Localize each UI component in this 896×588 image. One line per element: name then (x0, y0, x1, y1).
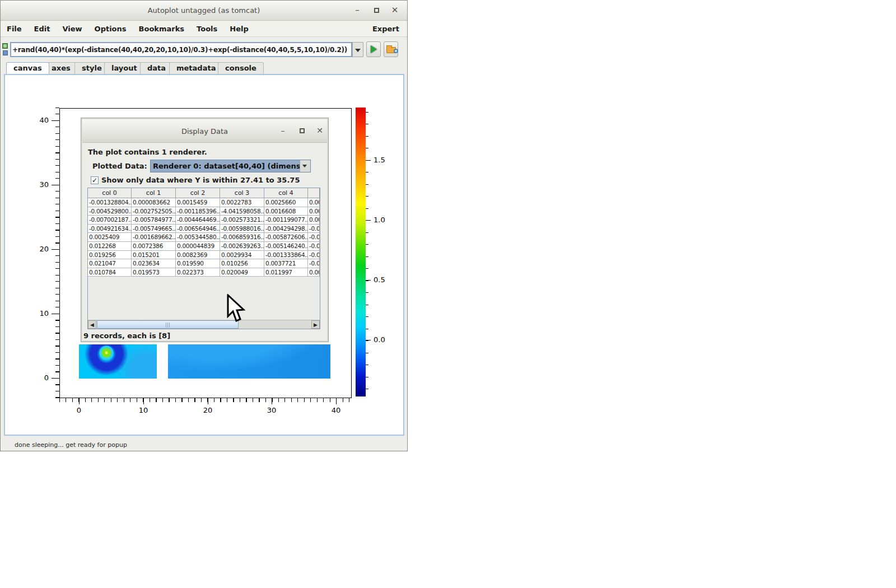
menu-edit[interactable]: Edit (28, 25, 57, 33)
horizontal-scrollbar[interactable]: ◀ ▶ (88, 320, 320, 329)
plotted-data-combobox[interactable]: Renderer 0: dataset[40,40] (dimension... (150, 160, 311, 172)
table-row[interactable]: 0.0192560.0152010.00823690.0029934-0.001… (88, 251, 320, 260)
menu-tools[interactable]: Tools (190, 25, 223, 33)
table-cell[interactable]: -0.002573321... (220, 216, 264, 224)
uri-input[interactable] (10, 42, 352, 57)
tab-canvas[interactable]: canvas (6, 62, 49, 74)
table-row[interactable]: 0.0107840.0195730.0223730.0200490.011997… (88, 268, 320, 277)
table-cell[interactable]: -0.0 (308, 242, 320, 250)
table-cell[interactable]: -0.005872606... (264, 233, 308, 241)
table-cell[interactable]: -0.006564946... (176, 225, 220, 233)
table-cell[interactable]: 0.0016608 (264, 207, 308, 216)
menu-options[interactable]: Options (88, 25, 133, 33)
table-cell[interactable]: -0.004294298... (264, 225, 308, 233)
table-cell[interactable]: -0.0 (308, 225, 320, 233)
table-cell[interactable]: 0.010784 (88, 268, 132, 277)
close-button[interactable]: ✕ (388, 4, 402, 17)
table-row[interactable]: -0.007002187...-0.005784977...-0.0044644… (88, 216, 320, 225)
table-cell[interactable]: 0.010256 (220, 259, 264, 268)
table-cell[interactable]: -0.002752505... (132, 207, 176, 216)
heatmap-region-left[interactable] (79, 344, 157, 379)
maximize-button[interactable] (370, 4, 383, 17)
tab-console[interactable]: console (218, 62, 264, 74)
dialog-minimize-button[interactable]: – (276, 124, 290, 138)
table-column-header[interactable]: col 0 (88, 188, 132, 198)
tab-metadata[interactable]: metadata (169, 62, 223, 74)
go-button[interactable] (366, 41, 381, 57)
table-cell[interactable]: -0.001328804... (88, 198, 132, 207)
table-cell[interactable]: 0.0029934 (220, 251, 264, 259)
menu-view[interactable]: View (56, 25, 88, 33)
table-cell[interactable]: 0.0037721 (264, 259, 308, 268)
table-cell[interactable]: -0.001199077... (264, 216, 308, 224)
table-cell[interactable]: -0.004921634... (88, 225, 132, 233)
data-table-scrollpane[interactable]: col 0col 1col 2col 3col 4 -0.001328804..… (87, 188, 320, 329)
table-cell[interactable]: -0.005988016... (220, 225, 264, 233)
inspect-uri-button[interactable] (384, 41, 398, 57)
window-titlebar[interactable]: Autoplot untagged (as tomcat) – ✕ (1, 1, 407, 21)
table-row[interactable]: -0.004921634...-0.005749665...-0.0065649… (88, 225, 320, 234)
colorbar[interactable] (356, 108, 366, 396)
combobox-arrow-button[interactable] (300, 160, 310, 172)
table-cell[interactable]: -0.0 (308, 259, 320, 268)
heatmap-region-right[interactable] (168, 344, 330, 379)
table-cell[interactable]: -0.001333864... (264, 251, 308, 259)
table-row[interactable]: 0.0210470.0236340.0195900.0102560.003772… (88, 259, 320, 268)
dialog-close-button[interactable]: ✕ (313, 124, 326, 138)
table-cell[interactable]: 0.00 (308, 198, 320, 207)
table-cell[interactable]: 0.022373 (176, 268, 220, 277)
table-cell[interactable]: 0.000044839 (176, 242, 220, 250)
table-cell[interactable]: 0.019573 (132, 268, 176, 277)
table-cell[interactable]: -0.0 (308, 233, 320, 241)
table-row[interactable]: 0.0025409-0.001689662...-0.005344580...-… (88, 233, 320, 242)
table-cell[interactable]: 0.015201 (132, 251, 176, 259)
table-cell[interactable]: -0.001185396... (176, 207, 220, 216)
table-cell[interactable]: 0.0015459 (176, 198, 220, 207)
tab-axes[interactable]: axes (44, 62, 78, 74)
dialog-titlebar[interactable]: Display Data – ✕ (82, 119, 327, 143)
table-cell[interactable]: 0.0025660 (264, 198, 308, 207)
table-cell[interactable]: 0.00 (308, 207, 320, 216)
table-cell[interactable]: 0.0025409 (88, 233, 132, 241)
table-cell[interactable]: -0.002639263... (220, 242, 264, 250)
table-cell[interactable]: -0.001689662... (132, 233, 176, 241)
scrollbar-thumb[interactable] (97, 320, 239, 329)
tab-data[interactable]: data (140, 62, 173, 74)
table-column-header[interactable]: col 3 (220, 188, 264, 198)
table-cell[interactable]: -0.0 (308, 251, 320, 259)
table-cell[interactable]: -0.006859316... (220, 233, 264, 241)
menu-bookmarks[interactable]: Bookmarks (133, 25, 191, 33)
tab-layout[interactable]: layout (104, 62, 144, 74)
expert-mode-label[interactable]: Expert (372, 25, 407, 33)
table-cell[interactable]: -4.041598058... (220, 207, 264, 216)
table-cell[interactable]: 0.021047 (88, 259, 132, 268)
table-cell[interactable]: -0.005749665... (132, 225, 176, 233)
table-cell[interactable]: 0.011997 (264, 268, 308, 277)
menu-file[interactable]: File (1, 25, 28, 33)
table-cell[interactable]: -0.005344580... (176, 233, 220, 241)
table-row[interactable]: 0.0122680.00723860.000044839-0.002639263… (88, 242, 320, 251)
table-cell[interactable]: -0.005784977... (132, 216, 176, 224)
table-cell[interactable]: -0.004464469... (176, 216, 220, 224)
scroll-right-button[interactable]: ▶ (311, 320, 320, 329)
table-cell[interactable]: 0.0072386 (132, 242, 176, 250)
table-cell[interactable]: 0.0082369 (176, 251, 220, 259)
table-cell[interactable]: 0.00 (308, 216, 320, 224)
table-cell[interactable]: -0.005146240... (264, 242, 308, 250)
table-row[interactable]: -0.001328804...0.0000836620.00154590.002… (88, 198, 320, 207)
uri-dropdown-button[interactable] (352, 42, 363, 57)
table-cell[interactable]: 0.020049 (220, 268, 264, 277)
table-cell[interactable]: 0.012268 (88, 242, 132, 250)
table-cell[interactable]: -0.007002187... (88, 216, 132, 224)
table-cell[interactable]: 0.000083662 (132, 198, 176, 207)
table-row[interactable]: -0.004529800...-0.002752505...-0.0011853… (88, 207, 320, 216)
table-column-header[interactable]: col 4 (264, 188, 308, 198)
filter-checkbox[interactable]: ✓ (91, 176, 99, 184)
table-cell[interactable]: 0.0022783 (220, 198, 264, 207)
table-cell[interactable]: -0.004529800... (88, 207, 132, 216)
table-cell[interactable]: 0.023634 (132, 259, 176, 268)
table-column-header[interactable]: col 1 (132, 188, 176, 198)
table-column-header[interactable] (308, 188, 320, 198)
table-cell[interactable]: 0.019590 (176, 259, 220, 268)
table-column-header[interactable]: col 2 (176, 188, 220, 198)
